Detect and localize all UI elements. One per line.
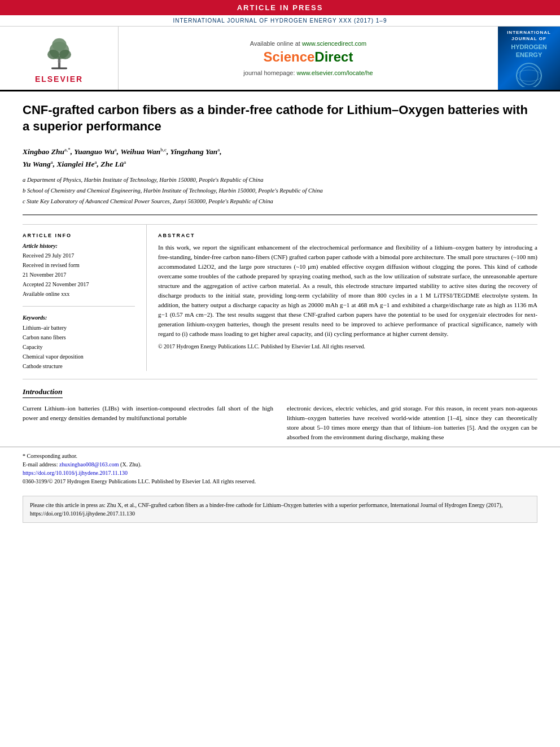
abstract-label: ABSTRACT <box>158 233 537 238</box>
available-online-text: Available online at www.sciencedirect.co… <box>250 40 366 47</box>
abstract-col: ABSTRACT In this work, we report the sig… <box>147 225 537 371</box>
received-date: Received 29 July 2017 <box>23 251 135 260</box>
email-link[interactable]: zhuxingbao008@163.com <box>59 461 119 468</box>
keywords-label: Keywords: <box>23 314 135 321</box>
svg-point-8 <box>520 67 538 85</box>
abstract-copyright: © 2017 Hydrogen Energy Publications LLC.… <box>158 342 537 351</box>
introduction-heading: Introduction <box>23 387 63 398</box>
authors-line: Xingbao Zhua,*, Yuanguo Wua, Weihua Wanb… <box>23 145 537 170</box>
article-info-label: ARTICLE INFO <box>23 233 135 238</box>
doi-link[interactable]: https://doi.org/10.1016/j.ijhydene.2017.… <box>23 470 128 476</box>
affiliation-b: b School of Chemistry and Chemical Engin… <box>23 186 537 195</box>
svg-point-4 <box>59 50 71 59</box>
affiliation-a: a Department of Physics, Harbin Institut… <box>23 176 537 185</box>
keywords-list: Lithium–air battery Carbon nano fibers C… <box>23 323 135 371</box>
svg-point-3 <box>47 50 59 59</box>
journal-header-line: INTERNATIONAL JOURNAL OF HYDROGEN ENERGY… <box>0 15 560 27</box>
elsevier-label: ELSEVIER <box>35 75 83 84</box>
main-content: CNF-grafted carbon fibers as a binder-fr… <box>0 91 560 371</box>
svg-point-5 <box>52 38 66 51</box>
info-divider <box>23 306 135 307</box>
keyword-4: Chemical vapor deposition <box>23 352 135 361</box>
received-revised-label: Received in revised form <box>23 261 135 269</box>
email-line: E-mail address: zhuxingbao008@163.com (X… <box>23 460 537 469</box>
footer-copyright: 0360-3199/© 2017 Hydrogen Energy Publica… <box>23 477 537 486</box>
cover-title: INTERNATIONAL JOURNAL OF <box>501 29 557 42</box>
sciencedirect-block: Available online at www.sciencedirect.co… <box>119 27 498 90</box>
revised-date: 21 November 2017 <box>23 270 135 279</box>
journal-homepage-url[interactable]: www.elsevier.com/locate/he <box>297 69 373 76</box>
intro-divider <box>23 379 537 379</box>
intro-two-col: Current Lithium–ion batteries (LIBs) wit… <box>23 404 537 442</box>
sciencedirect-logo: ScienceDirect <box>264 49 353 65</box>
article-history-label: Article history: <box>23 243 135 249</box>
journal-header: ELSEVIER Available online at www.science… <box>0 27 560 91</box>
keyword-5: Cathode structure <box>23 361 135 371</box>
keyword-2: Carbon nano fibers <box>23 333 135 342</box>
intro-right-col: electronic devices, electric vehicles, a… <box>287 404 537 442</box>
journal-cover: INTERNATIONAL JOURNAL OF HYDROGEN ENERGY <box>498 27 560 90</box>
footnote-area: * Corresponding author. E-mail address: … <box>0 447 560 490</box>
corresponding-author: * Corresponding author. <box>23 452 537 460</box>
cover-subtitle: HYDROGEN ENERGY <box>511 43 547 58</box>
cover-decoration <box>509 59 549 87</box>
citation-bar: Please cite this article in press as: Zh… <box>23 496 537 523</box>
affiliations: a Department of Physics, Harbin Institut… <box>23 176 537 215</box>
elsevier-tree-logo <box>40 33 79 72</box>
elsevier-logo-block: ELSEVIER <box>0 27 119 90</box>
svg-point-6 <box>58 59 61 63</box>
keyword-1: Lithium–air battery <box>23 323 135 333</box>
available-online: Available online xxx <box>23 290 135 298</box>
article-title: CNF-grafted carbon fibers as a binder-fr… <box>23 102 537 135</box>
article-info-col: ARTICLE INFO Article history: Received 2… <box>23 225 147 371</box>
journal-homepage: journal homepage: www.elsevier.com/locat… <box>243 69 373 76</box>
introduction-section: Introduction Current Lithium–ion batteri… <box>0 379 560 442</box>
accepted-date: Accepted 22 November 2017 <box>23 280 135 289</box>
intro-left-col: Current Lithium–ion batteries (LIBs) wit… <box>23 404 273 442</box>
article-info-abstract-section: ARTICLE INFO Article history: Received 2… <box>23 224 537 371</box>
keyword-3: Capacity <box>23 342 135 352</box>
doi-line: https://doi.org/10.1016/j.ijhydene.2017.… <box>23 469 537 477</box>
abstract-text: In this work, we report the significant … <box>158 243 537 351</box>
sciencedirect-url[interactable]: www.sciencedirect.com <box>302 40 366 47</box>
affiliation-c: c State Key Laboratory of Advanced Chemi… <box>23 197 537 206</box>
article-in-press-banner: ARTICLE IN PRESS <box>0 0 560 15</box>
svg-rect-1 <box>51 67 67 69</box>
